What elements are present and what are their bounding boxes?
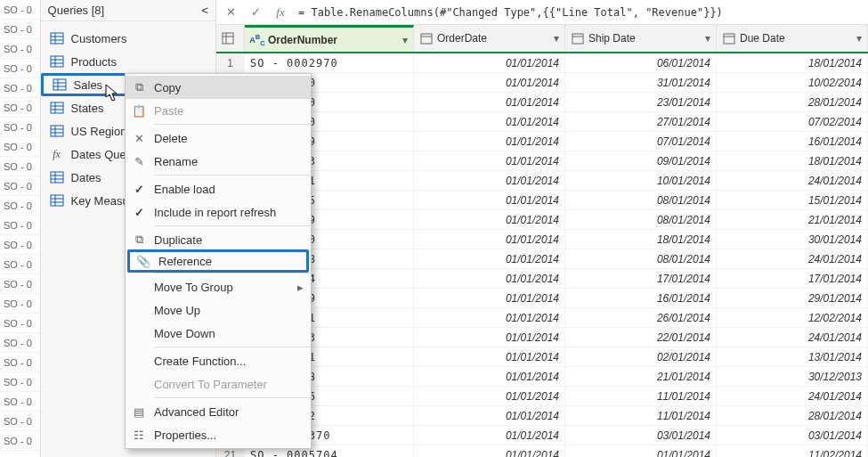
- menu-item-rename[interactable]: ✎Rename: [126, 150, 311, 173]
- cell-duedate[interactable]: 30/12/2013: [717, 367, 868, 387]
- cell-shipdate[interactable]: 10/01/2014: [565, 171, 717, 191]
- column-header-orderdate[interactable]: OrderDate▾: [414, 25, 565, 52]
- cell-orderdate[interactable]: 01/01/2014: [414, 328, 565, 347]
- menu-item-move-up[interactable]: Move Up: [126, 298, 311, 322]
- cell-duedate[interactable]: 24/01/2014: [717, 328, 868, 347]
- cell-shipdate[interactable]: 06/01/2014: [565, 53, 717, 73]
- cell-shipdate[interactable]: 31/01/2014: [565, 73, 717, 93]
- cell-orderdate[interactable]: 01/01/2014: [414, 387, 565, 406]
- cell-shipdate[interactable]: 26/01/2014: [565, 308, 717, 328]
- cell-duedate[interactable]: 30/01/2014: [717, 230, 868, 249]
- cell-orderdate[interactable]: 01/01/2014: [414, 191, 565, 210]
- cell-shipdate[interactable]: 27/01/2014: [565, 112, 717, 132]
- cell-orderdate[interactable]: 01/01/2014: [414, 132, 565, 151]
- cell-shipdate[interactable]: 16/01/2014: [565, 289, 717, 308]
- table-row[interactable]: 7- 000920101/01/201410/01/201424/01/2014: [216, 171, 868, 191]
- column-filter-dropdown-icon[interactable]: ▾: [856, 32, 862, 45]
- cell-shipdate[interactable]: 17/01/2014: [565, 269, 717, 289]
- cell-duedate[interactable]: 28/01/2014: [717, 406, 868, 426]
- cell-duedate[interactable]: 03/01/2014: [717, 426, 868, 445]
- cell-shipdate[interactable]: 02/01/2014: [565, 347, 717, 367]
- cell-orderdate[interactable]: 01/01/2014: [414, 230, 565, 249]
- cell-shipdate[interactable]: 08/01/2014: [565, 191, 717, 210]
- menu-item-reference[interactable]: 📎Reference: [127, 249, 309, 273]
- cell-orderdate[interactable]: 01/01/2014: [414, 93, 565, 112]
- menu-item-properties-[interactable]: ☷Properties...: [126, 423, 311, 446]
- formula-input[interactable]: [296, 5, 863, 20]
- cell-orderdate[interactable]: 01/01/2014: [414, 53, 565, 73]
- menu-item-duplicate[interactable]: ⧉Duplicate: [126, 228, 311, 251]
- menu-item-copy[interactable]: ⧉Copy: [126, 76, 311, 99]
- table-row[interactable]: 2- 000408001/01/201431/01/201410/02/2014: [216, 73, 868, 93]
- cell-shipdate[interactable]: 08/01/2014: [565, 210, 717, 230]
- table-row[interactable]: 11- 000951801/01/201408/01/201424/01/201…: [216, 249, 868, 269]
- query-item-products[interactable]: Products: [41, 50, 215, 73]
- table-row[interactable]: 15- 000879301/01/201422/01/201424/01/201…: [216, 328, 868, 347]
- table-row[interactable]: 6- 000745301/01/201409/01/201418/01/2014: [216, 151, 868, 171]
- column-header-due-date[interactable]: Due Date▾: [717, 25, 868, 52]
- cell-orderdate[interactable]: 01/01/2014: [414, 308, 565, 328]
- cell-orderdate[interactable]: 01/01/2014: [414, 112, 565, 132]
- table-row[interactable]: 14- 000149101/01/201426/01/201412/02/201…: [216, 308, 868, 328]
- column-header-ship-date[interactable]: Ship Date▾: [565, 25, 717, 52]
- column-filter-dropdown-icon[interactable]: ▾: [705, 32, 710, 45]
- menu-item-delete[interactable]: ✕Delete: [126, 126, 311, 150]
- grid-corner[interactable]: [216, 25, 245, 52]
- table-row[interactable]: 10- 000934001/01/201418/01/201430/01/201…: [216, 230, 868, 249]
- menu-item-include-in-report-refresh[interactable]: ✓Include in report refresh: [126, 200, 311, 224]
- collapse-chevron-icon[interactable]: <: [201, 0, 208, 20]
- cell-shipdate[interactable]: 23/01/2014: [565, 93, 717, 112]
- cell-shipdate[interactable]: 08/01/2014: [565, 249, 717, 269]
- cancel-formula-icon[interactable]: ✕: [222, 4, 239, 21]
- cell-orderdate[interactable]: 01/01/2014: [414, 445, 565, 457]
- cell-shipdate[interactable]: 11/01/2014: [565, 406, 717, 426]
- cell-shipdate[interactable]: 07/01/2014: [565, 132, 717, 151]
- cell-duedate[interactable]: 13/01/2014: [717, 347, 868, 367]
- column-filter-dropdown-icon[interactable]: ▾: [402, 34, 408, 46]
- cell-shipdate[interactable]: 18/01/2014: [565, 230, 717, 249]
- cell-duedate[interactable]: 16/01/2014: [717, 132, 868, 151]
- cell-orderdate[interactable]: 01/01/2014: [414, 406, 565, 426]
- cell-duedate[interactable]: 24/01/2014: [717, 249, 868, 269]
- menu-item-create-function-[interactable]: Create Function...: [126, 349, 311, 372]
- cell-duedate[interactable]: 29/01/2014: [717, 289, 868, 308]
- menu-item-advanced-editor[interactable]: ▤Advanced Editor: [126, 400, 311, 423]
- cell-shipdate[interactable]: 03/01/2014: [565, 426, 717, 445]
- cell-orderdate[interactable]: 01/01/2014: [414, 151, 565, 171]
- cell-duedate[interactable]: 07/02/2014: [717, 112, 868, 132]
- cell-duedate[interactable]: 10/02/2014: [717, 73, 868, 93]
- cell-duedate[interactable]: 18/01/2014: [717, 151, 868, 171]
- menu-item-enable-load[interactable]: ✓Enable load: [126, 177, 311, 200]
- table-row[interactable]: 3- 000834001/01/201423/01/201428/01/2014: [216, 93, 868, 112]
- table-row[interactable]: 18- 000222601/01/201411/01/201424/01/201…: [216, 387, 868, 406]
- table-row[interactable]: 20SO - 00037001/01/201403/01/201403/01/2…: [216, 426, 868, 445]
- cell-shipdate[interactable]: 01/01/2014: [565, 445, 717, 457]
- cell-duedate[interactable]: 18/01/2014: [717, 53, 868, 73]
- table-row[interactable]: 21SO - 000570401/01/201401/01/201411/02/…: [216, 445, 868, 457]
- table-row[interactable]: 5- 000111901/01/201407/01/201416/01/2014: [216, 132, 868, 151]
- cell-shipdate[interactable]: 09/01/2014: [565, 151, 717, 171]
- cell-duedate[interactable]: 24/01/2014: [717, 171, 868, 191]
- cell-shipdate[interactable]: 11/01/2014: [565, 387, 717, 406]
- commit-formula-icon[interactable]: ✓: [247, 4, 264, 21]
- table-row[interactable]: 4- 000918001/01/201427/01/201407/02/2014: [216, 112, 868, 132]
- cell-duedate[interactable]: 11/02/2014: [717, 445, 868, 457]
- cell-orderdate[interactable]: 01/01/2014: [414, 289, 565, 308]
- menu-item-move-down[interactable]: Move Down: [126, 322, 311, 345]
- table-row[interactable]: 17- 000268801/01/201421/01/201430/12/201…: [216, 367, 868, 387]
- table-row[interactable]: 16- 000296101/01/201402/01/201413/01/201…: [216, 347, 868, 367]
- column-filter-dropdown-icon[interactable]: ▾: [554, 32, 559, 45]
- cell-orderdate[interactable]: 01/01/2014: [414, 249, 565, 269]
- fx-icon[interactable]: fx: [272, 4, 289, 21]
- table-row[interactable]: 13- 000753901/01/201416/01/201429/01/201…: [216, 289, 868, 308]
- cell-duedate[interactable]: 15/01/2014: [717, 191, 868, 210]
- cell-duedate[interactable]: 17/01/2014: [717, 269, 868, 289]
- cell-shipdate[interactable]: 22/01/2014: [565, 328, 717, 347]
- menu-item-move-to-group[interactable]: Move To Group▸: [126, 275, 311, 298]
- cell-orderdate[interactable]: 01/01/2014: [414, 367, 565, 387]
- table-row[interactable]: 9- 001073901/01/201408/01/201421/01/2014: [216, 210, 868, 230]
- cell-duedate[interactable]: 24/01/2014: [717, 387, 868, 406]
- cell-orderdate[interactable]: 01/01/2014: [414, 73, 565, 93]
- table-row[interactable]: 1SO - 000297001/01/201406/01/201418/01/2…: [216, 53, 868, 73]
- queries-header[interactable]: Queries [8] <: [41, 0, 215, 21]
